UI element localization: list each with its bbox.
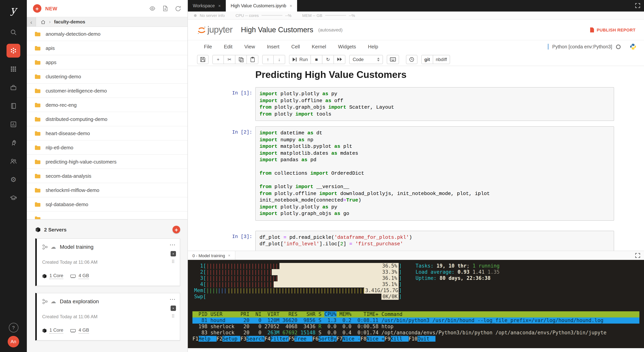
command-palette-icon[interactable] bbox=[387, 55, 399, 64]
education-cap-icon[interactable] bbox=[6, 191, 20, 205]
folder-row[interactable]: anomaly-detection-demo bbox=[27, 27, 188, 41]
fkey-f10[interactable]: F10Quit bbox=[408, 336, 436, 342]
help-button[interactable]: ? bbox=[8, 323, 18, 332]
menu-help[interactable]: Help bbox=[368, 44, 378, 50]
menu-edit[interactable]: Edit bbox=[224, 44, 232, 50]
terminal-box-icon[interactable]: × bbox=[170, 305, 176, 311]
fkey-f5[interactable]: F5Tree bbox=[288, 336, 312, 342]
fkey-f8[interactable]: F8Nice + bbox=[360, 336, 384, 342]
folder-row[interactable]: predicting-high-value-customers bbox=[27, 155, 188, 169]
fkey-f2[interactable]: F2Setup bbox=[216, 336, 240, 342]
folder-row[interactable]: sql-database-demo bbox=[27, 197, 188, 212]
menu-file[interactable]: File bbox=[204, 44, 212, 50]
card-menu-icon[interactable]: ⋯ bbox=[170, 296, 176, 303]
drag-handle-icon[interactable]: ⠿ bbox=[171, 259, 175, 264]
card-menu-icon[interactable]: ⋯ bbox=[170, 241, 176, 248]
markdown-cell[interactable]: Predicting High Value Customers bbox=[230, 69, 614, 80]
folder-row[interactable]: apps bbox=[27, 55, 188, 70]
server-card[interactable]: ☁ Data exploration ⋯ × ⠿ Created Today a… bbox=[35, 293, 180, 340]
run-button[interactable]: Run bbox=[289, 55, 311, 64]
folder-row[interactable]: heart-disease-demo bbox=[27, 126, 188, 140]
code-editor[interactable]: import plotly.plotly as pyimport plotly.… bbox=[255, 87, 614, 121]
menu-view[interactable]: View bbox=[244, 44, 255, 50]
library-journal-icon[interactable] bbox=[6, 99, 20, 113]
fkey-f4[interactable]: F4Filter bbox=[264, 336, 288, 342]
close-icon[interactable]: × bbox=[290, 4, 292, 8]
close-icon[interactable]: × bbox=[218, 4, 221, 8]
code-editor[interactable]: df_plot = pd.read_pickle('dataframe_for_… bbox=[255, 231, 614, 251]
folder-row-partial[interactable] bbox=[27, 212, 188, 220]
reports-chart-icon[interactable] bbox=[6, 117, 20, 131]
tab-notebook[interactable]: High Value Customers.ipynb × bbox=[226, 0, 297, 12]
refresh-icon[interactable] bbox=[175, 5, 181, 12]
folder-row[interactable]: sherlockml-mlflow-demo bbox=[27, 183, 188, 197]
menu-cell[interactable]: Cell bbox=[291, 44, 300, 50]
code-cell[interactable]: In [1]:import plotly.plotly as pyimport … bbox=[230, 87, 614, 121]
expand-icon[interactable] bbox=[635, 3, 640, 8]
terminal-box-icon[interactable]: × bbox=[170, 251, 176, 256]
kernel-name[interactable]: Python [conda env:Python3] bbox=[552, 44, 612, 49]
notebook-title[interactable]: High Value Customers bbox=[241, 26, 313, 34]
folder-row[interactable]: clustering-demo bbox=[27, 70, 188, 84]
projects-cluster-icon[interactable] bbox=[6, 44, 20, 58]
process-row[interactable]: 83 sherlock 20 0 263M 67692 15148 S 0.0 … bbox=[192, 330, 640, 336]
apps-grid-icon[interactable] bbox=[6, 62, 20, 76]
code-editor[interactable]: import datetime as dtimport numpy as npi… bbox=[255, 126, 614, 221]
fkey-f3[interactable]: F3Search bbox=[240, 336, 264, 342]
new-button[interactable]: + NEW bbox=[33, 4, 58, 13]
git-button[interactable]: git bbox=[421, 55, 433, 64]
menu-insert[interactable]: Insert bbox=[267, 44, 280, 50]
terminal-expand-icon[interactable] bbox=[635, 253, 640, 258]
add-server-button[interactable]: + bbox=[172, 226, 180, 233]
cut-cell-icon[interactable]: ✂ bbox=[224, 55, 235, 64]
cell-type-select[interactable]: Code bbox=[349, 55, 383, 64]
add-cell-icon[interactable]: + bbox=[212, 55, 224, 64]
folder-row[interactable]: apis bbox=[27, 41, 188, 55]
faculty-logo[interactable]: y bbox=[10, 3, 16, 17]
fkey-f9[interactable]: F9Kill bbox=[384, 336, 408, 342]
code-cell[interactable]: In [3]:df_plot = pd.read_pickle('datafra… bbox=[230, 231, 614, 251]
nbdiff-button[interactable]: nbdiff bbox=[433, 55, 450, 64]
folder-row[interactable]: demo-rec-eng bbox=[27, 98, 188, 112]
notebook-body[interactable]: Predicting High Value Customers In [1]:i… bbox=[188, 66, 644, 251]
move-up-icon[interactable]: ↑ bbox=[262, 55, 274, 64]
jupyter-logo[interactable]: jupyter bbox=[197, 25, 232, 35]
back-chevron-icon[interactable]: ‹ bbox=[27, 17, 36, 27]
new-file-icon[interactable] bbox=[162, 5, 168, 12]
folder-row[interactable]: distributed-computing-demo bbox=[27, 112, 188, 126]
user-avatar[interactable]: An bbox=[8, 336, 19, 347]
terminal-tab[interactable]: 0 - Model training × bbox=[188, 251, 235, 260]
restart-kernel-icon[interactable]: ↻ bbox=[322, 55, 334, 64]
server-cores[interactable]: 1 Core bbox=[50, 327, 63, 333]
home-icon[interactable] bbox=[41, 19, 46, 24]
fkey-f1[interactable]: F1Help bbox=[192, 336, 216, 342]
restart-run-all-icon[interactable] bbox=[334, 55, 346, 64]
server-ram[interactable]: 4 GB bbox=[78, 273, 89, 279]
close-icon[interactable]: × bbox=[228, 253, 230, 258]
server-cores[interactable]: 1 Core bbox=[50, 273, 63, 279]
save-icon[interactable] bbox=[197, 55, 208, 64]
fkey-f7[interactable]: F7Nice - bbox=[336, 336, 360, 342]
folder-row[interactable]: nlp-etl-demo bbox=[27, 140, 188, 155]
paste-cell-icon[interactable] bbox=[247, 55, 258, 64]
tab-workspace[interactable]: Workspace × bbox=[188, 0, 226, 12]
menu-widgets[interactable]: Widgets bbox=[338, 44, 356, 50]
drag-handle-icon[interactable]: ⠿ bbox=[171, 314, 175, 319]
folder-row[interactable]: customer-intelligence-demo bbox=[27, 84, 188, 98]
project-name[interactable]: faculty-demos bbox=[54, 19, 85, 25]
watch-eye-icon[interactable] bbox=[149, 5, 156, 12]
code-cell[interactable]: In [2]:import datetime as dtimport numpy… bbox=[230, 126, 614, 221]
copy-cell-icon[interactable] bbox=[235, 55, 247, 64]
clock-icon[interactable] bbox=[406, 55, 418, 64]
folder-row[interactable]: secom-data-analysis bbox=[27, 169, 188, 183]
settings-gear-icon[interactable]: ⚙ bbox=[6, 173, 20, 187]
teams-users-icon[interactable] bbox=[6, 154, 20, 168]
move-down-icon[interactable]: ↓ bbox=[274, 55, 285, 64]
process-row[interactable]: 81 hound 20 0 120M 36620 9856 S 1.3 0.2 … bbox=[192, 317, 640, 324]
stop-icon[interactable]: ■ bbox=[311, 55, 322, 64]
jobs-briefcase-icon[interactable] bbox=[6, 81, 20, 94]
process-row[interactable]: 198 sherlock 20 0 27052 4068 3436 R 0.0 … bbox=[192, 324, 640, 330]
deployments-rocket-icon[interactable] bbox=[6, 136, 20, 150]
fkey-f6[interactable]: F6SortBy bbox=[312, 336, 336, 342]
menu-kernel[interactable]: Kernel bbox=[312, 44, 326, 50]
